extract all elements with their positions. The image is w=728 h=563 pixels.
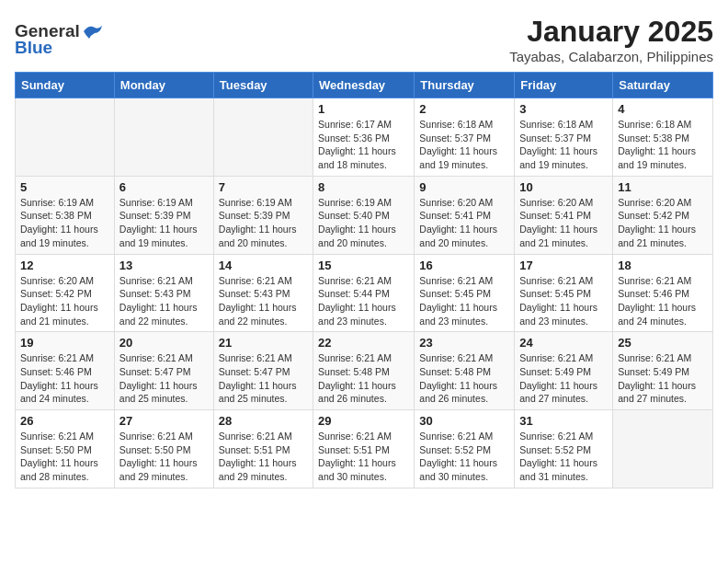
day-number: 13	[119, 259, 209, 272]
location-text: Tayabas, Calabarzon, Philippines	[509, 49, 713, 64]
table-row: 22Sunrise: 6:21 AM Sunset: 5:48 PM Dayli…	[313, 332, 415, 410]
table-row: 16Sunrise: 6:21 AM Sunset: 5:45 PM Dayli…	[415, 254, 515, 332]
day-info: Sunrise: 6:21 AM Sunset: 5:48 PM Dayligh…	[318, 351, 409, 406]
day-info: Sunrise: 6:17 AM Sunset: 5:36 PM Dayligh…	[318, 118, 409, 172]
day-number: 25	[618, 336, 708, 350]
day-info: Sunrise: 6:20 AM Sunset: 5:41 PM Dayligh…	[519, 196, 608, 250]
header-thursday: Thursday	[415, 73, 515, 98]
table-row: 15Sunrise: 6:21 AM Sunset: 5:44 PM Dayli…	[313, 254, 415, 332]
table-row: 21Sunrise: 6:21 AM Sunset: 5:47 PM Dayli…	[213, 332, 313, 410]
day-info: Sunrise: 6:21 AM Sunset: 5:45 PM Dayligh…	[419, 274, 509, 328]
day-info: Sunrise: 6:19 AM Sunset: 5:39 PM Dayligh…	[219, 196, 308, 250]
table-row: 10Sunrise: 6:20 AM Sunset: 5:41 PM Dayli…	[515, 176, 613, 254]
day-info: Sunrise: 6:21 AM Sunset: 5:43 PM Dayligh…	[219, 274, 308, 328]
day-info: Sunrise: 6:20 AM Sunset: 5:42 PM Dayligh…	[618, 196, 708, 250]
day-info: Sunrise: 6:21 AM Sunset: 5:52 PM Dayligh…	[519, 430, 608, 484]
day-number: 9	[419, 180, 509, 194]
table-row: 23Sunrise: 6:21 AM Sunset: 5:48 PM Dayli…	[415, 332, 515, 410]
table-row: 20Sunrise: 6:21 AM Sunset: 5:47 PM Dayli…	[114, 332, 213, 410]
day-number: 12	[20, 259, 109, 272]
table-row: 12Sunrise: 6:20 AM Sunset: 5:42 PM Dayli…	[16, 254, 115, 332]
day-number: 16	[419, 259, 509, 272]
logo-blue-text: Blue	[15, 38, 52, 58]
day-number: 27	[119, 414, 209, 428]
table-row	[114, 98, 213, 177]
calendar-header-row: Sunday Monday Tuesday Wednesday Thursday…	[16, 73, 713, 98]
calendar-week-row: 5Sunrise: 6:19 AM Sunset: 5:38 PM Daylig…	[16, 176, 713, 254]
day-number: 1	[318, 102, 409, 116]
day-number: 17	[519, 259, 608, 272]
day-info: Sunrise: 6:20 AM Sunset: 5:41 PM Dayligh…	[419, 196, 509, 250]
header-sunday: Sunday	[16, 73, 115, 98]
day-info: Sunrise: 6:20 AM Sunset: 5:42 PM Dayligh…	[20, 274, 109, 328]
table-row: 27Sunrise: 6:21 AM Sunset: 5:50 PM Dayli…	[114, 410, 213, 488]
day-info: Sunrise: 6:18 AM Sunset: 5:37 PM Dayligh…	[519, 118, 608, 172]
table-row: 30Sunrise: 6:21 AM Sunset: 5:52 PM Dayli…	[415, 410, 515, 488]
table-row: 6Sunrise: 6:19 AM Sunset: 5:39 PM Daylig…	[114, 176, 213, 254]
calendar-week-row: 12Sunrise: 6:20 AM Sunset: 5:42 PM Dayli…	[16, 254, 713, 332]
day-info: Sunrise: 6:19 AM Sunset: 5:39 PM Dayligh…	[119, 196, 209, 250]
table-row	[213, 98, 313, 177]
calendar-week-row: 1Sunrise: 6:17 AM Sunset: 5:36 PM Daylig…	[16, 98, 713, 177]
table-row: 2Sunrise: 6:18 AM Sunset: 5:37 PM Daylig…	[415, 98, 515, 177]
calendar-week-row: 19Sunrise: 6:21 AM Sunset: 5:46 PM Dayli…	[16, 332, 713, 410]
day-info: Sunrise: 6:19 AM Sunset: 5:38 PM Dayligh…	[20, 196, 109, 250]
day-number: 3	[519, 102, 608, 116]
day-info: Sunrise: 6:21 AM Sunset: 5:50 PM Dayligh…	[119, 430, 209, 484]
day-number: 20	[119, 336, 209, 350]
header-monday: Monday	[114, 73, 213, 98]
table-row: 3Sunrise: 6:18 AM Sunset: 5:37 PM Daylig…	[515, 98, 613, 177]
day-number: 18	[618, 259, 708, 272]
day-info: Sunrise: 6:21 AM Sunset: 5:47 PM Dayligh…	[119, 351, 209, 406]
day-info: Sunrise: 6:18 AM Sunset: 5:38 PM Dayligh…	[618, 118, 708, 172]
day-info: Sunrise: 6:21 AM Sunset: 5:49 PM Dayligh…	[618, 351, 708, 406]
day-number: 22	[318, 336, 409, 350]
table-row: 25Sunrise: 6:21 AM Sunset: 5:49 PM Dayli…	[613, 332, 713, 410]
table-row: 14Sunrise: 6:21 AM Sunset: 5:43 PM Dayli…	[213, 254, 313, 332]
table-row	[16, 98, 115, 177]
table-row: 4Sunrise: 6:18 AM Sunset: 5:38 PM Daylig…	[613, 98, 713, 177]
month-title: January 2025	[509, 15, 713, 49]
day-number: 11	[618, 180, 708, 194]
table-row: 8Sunrise: 6:19 AM Sunset: 5:40 PM Daylig…	[313, 176, 415, 254]
table-row: 26Sunrise: 6:21 AM Sunset: 5:50 PM Dayli…	[16, 410, 115, 488]
table-row: 29Sunrise: 6:21 AM Sunset: 5:51 PM Dayli…	[313, 410, 415, 488]
table-row: 18Sunrise: 6:21 AM Sunset: 5:46 PM Dayli…	[613, 254, 713, 332]
day-info: Sunrise: 6:21 AM Sunset: 5:43 PM Dayligh…	[119, 274, 209, 328]
day-info: Sunrise: 6:21 AM Sunset: 5:45 PM Dayligh…	[519, 274, 608, 328]
table-row: 28Sunrise: 6:21 AM Sunset: 5:51 PM Dayli…	[213, 410, 313, 488]
day-info: Sunrise: 6:21 AM Sunset: 5:49 PM Dayligh…	[519, 351, 608, 406]
table-row	[613, 410, 713, 488]
table-row: 17Sunrise: 6:21 AM Sunset: 5:45 PM Dayli…	[515, 254, 613, 332]
table-row: 7Sunrise: 6:19 AM Sunset: 5:39 PM Daylig…	[213, 176, 313, 254]
table-row: 31Sunrise: 6:21 AM Sunset: 5:52 PM Dayli…	[515, 410, 613, 488]
day-info: Sunrise: 6:21 AM Sunset: 5:51 PM Dayligh…	[219, 430, 308, 484]
day-number: 23	[419, 336, 509, 350]
day-number: 28	[219, 414, 308, 428]
day-number: 24	[519, 336, 608, 350]
table-row: 5Sunrise: 6:19 AM Sunset: 5:38 PM Daylig…	[16, 176, 115, 254]
day-number: 8	[318, 180, 409, 194]
header-friday: Friday	[515, 73, 613, 98]
day-number: 21	[219, 336, 308, 350]
day-number: 30	[419, 414, 509, 428]
day-number: 5	[20, 180, 109, 194]
day-number: 10	[519, 180, 608, 194]
day-number: 29	[318, 414, 409, 428]
day-info: Sunrise: 6:18 AM Sunset: 5:37 PM Dayligh…	[419, 118, 509, 172]
day-number: 31	[519, 414, 608, 428]
day-number: 19	[20, 336, 109, 350]
day-info: Sunrise: 6:21 AM Sunset: 5:47 PM Dayligh…	[219, 351, 308, 406]
day-info: Sunrise: 6:21 AM Sunset: 5:51 PM Dayligh…	[318, 430, 409, 484]
table-row: 19Sunrise: 6:21 AM Sunset: 5:46 PM Dayli…	[16, 332, 115, 410]
day-info: Sunrise: 6:21 AM Sunset: 5:48 PM Dayligh…	[419, 351, 509, 406]
logo: General Blue	[15, 21, 102, 58]
table-row: 11Sunrise: 6:20 AM Sunset: 5:42 PM Dayli…	[613, 176, 713, 254]
day-info: Sunrise: 6:21 AM Sunset: 5:50 PM Dayligh…	[20, 430, 109, 484]
table-row: 9Sunrise: 6:20 AM Sunset: 5:41 PM Daylig…	[415, 176, 515, 254]
day-info: Sunrise: 6:21 AM Sunset: 5:46 PM Dayligh…	[618, 274, 708, 328]
day-number: 26	[20, 414, 109, 428]
page-header: General Blue January 2025 Tayabas, Calab…	[15, 15, 713, 64]
header-wednesday: Wednesday	[313, 73, 415, 98]
table-row: 1Sunrise: 6:17 AM Sunset: 5:36 PM Daylig…	[313, 98, 415, 177]
